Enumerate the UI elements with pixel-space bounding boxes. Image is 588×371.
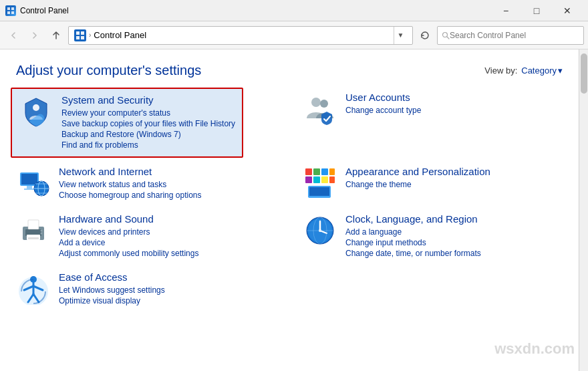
svg-rect-26 <box>305 176 312 183</box>
address-box[interactable]: › Control Panel ▼ <box>68 26 413 45</box>
breadcrumb-text: Control Panel <box>94 30 146 40</box>
clock-icon <box>303 213 337 248</box>
content-area: Adjust your computer's settings View by:… <box>0 49 579 371</box>
svg-rect-15 <box>27 186 32 189</box>
ease-access-icon <box>16 271 51 306</box>
svg-point-52 <box>19 277 48 305</box>
network-icon <box>16 166 51 201</box>
link-change-theme[interactable]: Change the theme <box>345 180 563 189</box>
svg-rect-7 <box>81 36 84 39</box>
system-security-icon <box>19 94 53 129</box>
link-change-account-type[interactable]: Change account type <box>345 106 563 115</box>
clock-title[interactable]: Clock, Language, and Region <box>345 213 563 225</box>
svg-rect-35 <box>28 220 39 229</box>
svg-rect-16 <box>24 189 35 190</box>
user-accounts-content: User Accounts Change account type <box>345 92 563 116</box>
breadcrumb: › Control Panel <box>74 29 390 41</box>
scrollbar[interactable] <box>579 49 588 371</box>
svg-point-11 <box>311 98 321 107</box>
refresh-button[interactable] <box>416 26 434 45</box>
main-area: Adjust your computer's settings View by:… <box>0 49 588 371</box>
svg-rect-24 <box>321 168 328 175</box>
page-title: Adjust your computer's settings <box>16 63 201 78</box>
svg-line-9 <box>447 36 450 39</box>
maximize-button[interactable]: □ <box>521 0 552 21</box>
link-find-fix[interactable]: Find and fix problems <box>61 140 235 150</box>
svg-rect-5 <box>81 31 84 35</box>
svg-rect-27 <box>313 176 320 183</box>
appearance-content: Appearance and Personalization Change th… <box>345 166 563 191</box>
hardware-icon <box>16 213 51 248</box>
svg-rect-14 <box>21 174 37 184</box>
hardware-title[interactable]: Hardware and Sound <box>59 213 276 225</box>
svg-rect-0 <box>7 7 10 10</box>
category-user-accounts: User Accounts Change account type <box>303 92 563 154</box>
link-input-methods[interactable]: Change input methods <box>345 238 563 247</box>
svg-rect-23 <box>313 168 320 175</box>
view-by-chevron: ▾ <box>558 66 563 76</box>
link-add-language[interactable]: Add a language <box>345 227 563 237</box>
up-button[interactable] <box>47 26 65 45</box>
view-by-label: View by: <box>484 66 517 76</box>
svg-point-10 <box>33 104 39 111</box>
link-homegroup[interactable]: Choose homegroup and sharing options <box>59 191 276 200</box>
category-system-security: System and Security Review your computer… <box>16 92 276 154</box>
appearance-icon <box>303 166 337 201</box>
user-accounts-icon <box>303 92 337 126</box>
link-add-device[interactable]: Add a device <box>59 238 276 247</box>
search-box[interactable] <box>437 26 584 45</box>
link-mobility-settings[interactable]: Adjust commonly used mobility settings <box>59 249 276 258</box>
view-by-dropdown[interactable]: Category ▾ <box>521 66 563 76</box>
title-bar: Control Panel − □ ✕ <box>0 0 588 21</box>
ease-access-content: Ease of Access Let Windows suggest setti… <box>59 271 276 307</box>
network-content: Network and Internet View network status… <box>59 166 276 201</box>
link-file-history[interactable]: Save backup copies of your files with Fi… <box>61 119 235 128</box>
link-backup-restore[interactable]: Backup and Restore (Windows 7) <box>61 130 235 139</box>
svg-rect-4 <box>76 31 80 35</box>
forward-button[interactable] <box>25 26 44 45</box>
system-security-content: System and Security Review your computer… <box>61 94 235 151</box>
category-hardware-sound: Hardware and Sound View devices and prin… <box>16 213 276 259</box>
close-button[interactable]: ✕ <box>552 0 583 21</box>
svg-rect-3 <box>11 11 14 14</box>
link-review-status[interactable]: Review your computer's status <box>61 108 235 118</box>
link-windows-suggest[interactable]: Let Windows suggest settings <box>59 285 276 295</box>
content-header: Adjust your computer's settings View by:… <box>16 63 563 78</box>
svg-point-12 <box>320 100 328 108</box>
svg-rect-2 <box>7 11 10 14</box>
appearance-title[interactable]: Appearance and Personalization <box>345 166 563 177</box>
user-accounts-title[interactable]: User Accounts <box>345 92 563 103</box>
window-title: Control Panel <box>20 6 490 15</box>
svg-rect-31 <box>309 187 329 196</box>
svg-rect-1 <box>11 7 14 10</box>
category-ease-of-access: Ease of Access Let Windows suggest setti… <box>16 271 276 307</box>
clock-content: Clock, Language, and Region Add a langua… <box>345 213 563 259</box>
svg-rect-36 <box>28 237 39 239</box>
back-button[interactable] <box>4 26 23 45</box>
link-view-devices[interactable]: View devices and printers <box>59 227 276 237</box>
svg-rect-6 <box>76 36 80 39</box>
address-dropdown-button[interactable]: ▼ <box>394 27 407 44</box>
minimize-button[interactable]: − <box>490 0 521 21</box>
system-security-title[interactable]: System and Security <box>61 94 235 106</box>
window-controls: − □ ✕ <box>490 0 583 21</box>
svg-rect-22 <box>305 168 312 175</box>
link-network-status[interactable]: View network status and tasks <box>59 180 276 189</box>
svg-rect-29 <box>329 176 335 183</box>
network-title[interactable]: Network and Internet <box>59 166 276 177</box>
view-by-control: View by: Category ▾ <box>484 66 563 76</box>
search-input[interactable] <box>450 31 579 40</box>
category-clock-language: Clock, Language, and Region Add a langua… <box>303 213 563 259</box>
svg-point-37 <box>41 230 43 232</box>
breadcrumb-icon <box>74 29 86 41</box>
breadcrumb-arrow: › <box>89 31 91 39</box>
link-optimize-visual[interactable]: Optimize visual display <box>59 296 276 305</box>
address-bar: › Control Panel ▼ <box>0 21 588 49</box>
view-by-value: Category <box>521 66 557 76</box>
ease-access-title[interactable]: Ease of Access <box>59 271 276 283</box>
svg-rect-28 <box>321 176 328 183</box>
search-icon <box>442 31 450 39</box>
link-date-formats[interactable]: Change date, time, or number formats <box>345 249 563 258</box>
categories-grid: System and Security Review your computer… <box>16 92 563 307</box>
scroll-thumb[interactable] <box>581 53 587 94</box>
